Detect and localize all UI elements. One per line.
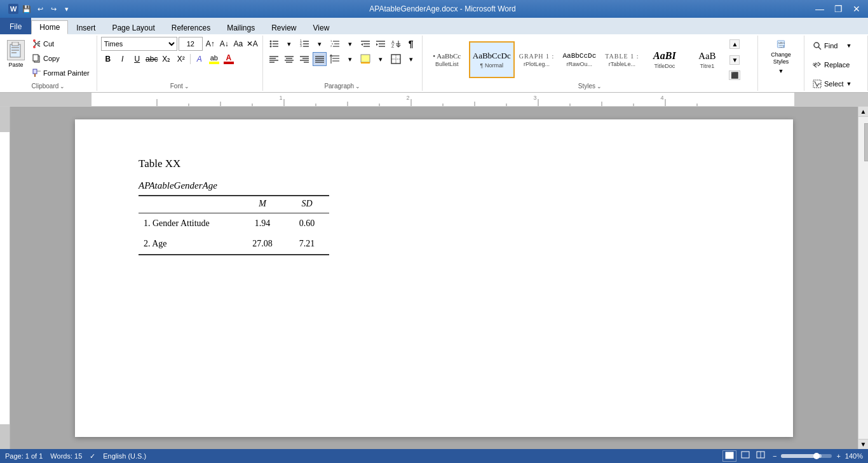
tab-page-layout[interactable]: Page Layout [104, 20, 163, 34]
shading-btn[interactable] [358, 52, 372, 66]
web-layout-btn[interactable] [754, 450, 767, 462]
ruler-content[interactable]: 1 2 3 4 [92, 93, 794, 106]
ruler-left-margin[interactable] [10, 93, 92, 106]
strikethrough-button[interactable]: abc [145, 52, 159, 66]
paragraph-expand-icon[interactable]: ⌄ [355, 83, 360, 90]
styles-scroll-down[interactable]: ▼ [729, 55, 740, 65]
document-scroll-area[interactable]: Table XX APAtableGenderAge M SD 1. Gende… [10, 107, 858, 449]
font-color-button[interactable]: A [222, 52, 236, 66]
ruler-edge-left [0, 93, 10, 106]
copy-button[interactable]: Copy [29, 51, 93, 65]
line-spacing-dropdown[interactable]: ▾ [343, 52, 357, 66]
line-spacing-btn[interactable] [328, 52, 342, 66]
increase-indent-btn[interactable] [374, 37, 388, 51]
justify-btn[interactable] [313, 52, 327, 66]
change-case-btn[interactable]: Aa [232, 37, 245, 50]
style-rawoutput[interactable]: AaBbCcDc rRawOu... [559, 41, 600, 78]
style-normal[interactable]: AaBbCcDc ¶ Normal [469, 41, 515, 78]
tab-references[interactable]: References [163, 20, 219, 34]
styles-more[interactable]: ⬛ [729, 70, 740, 80]
full-screen-btn[interactable] [739, 450, 752, 462]
title-bar-title: APAtableGenderAge.docx - Microsoft Word [369, 4, 515, 13]
tab-insert[interactable]: Insert [68, 20, 104, 34]
spell-check-icon[interactable]: ✓ [90, 452, 95, 460]
zoom-in-btn[interactable]: + [834, 452, 842, 460]
language[interactable]: English (U.S.) [103, 452, 146, 460]
borders-dropdown[interactable]: ▾ [404, 52, 418, 66]
decrease-font-btn[interactable]: A↓ [218, 37, 231, 50]
find-dropdown-icon[interactable]: ▼ [846, 43, 852, 49]
borders-btn[interactable] [389, 52, 403, 66]
undo-quick-btn[interactable]: ↩ [34, 3, 46, 15]
select-button[interactable]: Select ▼ [808, 75, 857, 93]
find-button[interactable]: Find ▼ [808, 37, 857, 55]
numbering-dropdown[interactable]: ▾ [313, 37, 327, 51]
numbering-button[interactable]: 1.2.3. [297, 37, 311, 51]
scrollbar-down-btn[interactable]: ▼ [858, 439, 869, 449]
scrollbar-up-btn[interactable]: ▲ [858, 107, 869, 117]
paste-button[interactable]: Paste [4, 37, 28, 71]
bold-button[interactable]: B [101, 52, 115, 66]
subscript-button[interactable]: X₂ [159, 52, 173, 66]
tab-review[interactable]: Review [263, 20, 304, 34]
bullets-dropdown[interactable]: ▾ [282, 37, 296, 51]
italic-button[interactable]: I [116, 52, 130, 66]
title-bar-controls: — ❐ ✕ [813, 4, 863, 14]
highlight-button[interactable]: ab [207, 52, 221, 66]
align-center-btn[interactable] [282, 52, 296, 66]
underline-button[interactable]: U [130, 52, 144, 66]
replace-button[interactable]: ab Replace [808, 56, 857, 74]
vertical-scrollbar[interactable]: ▲ ▼ [858, 107, 868, 449]
style-graph1[interactable]: GRAPH 1 : rPlotLeg... [516, 41, 558, 78]
clear-format-btn[interactable]: ✕A [246, 37, 259, 50]
shading-dropdown[interactable]: ▾ [374, 52, 388, 66]
font-expand-icon[interactable]: ⌄ [184, 83, 189, 90]
styles-expand-icon[interactable]: ⌄ [597, 83, 602, 90]
sort-btn[interactable]: AZ [389, 37, 403, 51]
style-titre1[interactable]: AaB Titre1 [686, 41, 728, 78]
show-hide-btn[interactable]: ¶ [404, 37, 418, 51]
redo-quick-btn[interactable]: ↪ [48, 3, 59, 15]
multilevel-dropdown[interactable]: ▾ [343, 37, 357, 51]
editing-group: Find ▼ ab Replace Select ▼ Editing [804, 36, 868, 91]
styles-scroll-up[interactable]: ▲ [729, 39, 740, 49]
align-right-btn[interactable] [297, 52, 311, 66]
superscript-button[interactable]: X² [174, 52, 188, 66]
style-bulletlist[interactable]: • AaBbCc BulletList [426, 41, 468, 78]
tab-file[interactable]: File [0, 18, 31, 34]
editing-content: Find ▼ ab Replace Select ▼ [808, 37, 857, 93]
save-quick-btn[interactable]: 💾 [21, 3, 32, 15]
close-btn[interactable]: ✕ [850, 4, 863, 14]
font-name-select[interactable]: Times Times New Roman Arial Calibri [101, 37, 177, 51]
svg-rect-11 [33, 69, 37, 74]
tab-view[interactable]: View [305, 20, 338, 34]
tab-home[interactable]: Home [31, 20, 68, 34]
scrollbar-thumb[interactable] [864, 123, 869, 161]
ruler-right-margin[interactable] [794, 93, 858, 106]
align-left-btn[interactable] [267, 52, 281, 66]
more-quick-btn[interactable]: ▾ [61, 3, 72, 15]
tab-mailings[interactable]: Mailings [219, 20, 263, 34]
style-titledoc[interactable]: AaBI TitleDoc [644, 41, 685, 78]
multilevel-button[interactable]: 1.a.2. [328, 37, 342, 51]
style-table1[interactable]: TABLE 1 : rTableLe... [601, 41, 642, 78]
change-styles-group: AaBbCc AaBbCc AaBbCc Change Styles ▼ . [758, 36, 804, 91]
zoom-out-btn[interactable]: − [771, 452, 778, 460]
decrease-indent-btn[interactable] [358, 37, 372, 51]
restore-btn[interactable]: ❐ [832, 4, 845, 14]
select-dropdown-icon[interactable]: ▼ [846, 81, 852, 87]
font-size-input[interactable]: 12 [179, 37, 203, 51]
font-format-row: B I U abc X₂ X² A ab A [101, 52, 236, 66]
svg-rect-96 [742, 452, 749, 458]
text-effects-button[interactable]: A [193, 52, 207, 66]
print-layout-btn[interactable] [722, 450, 736, 462]
minimize-btn[interactable]: — [813, 4, 827, 14]
increase-font-btn[interactable]: A↑ [204, 37, 217, 50]
svg-rect-6 [11, 52, 17, 53]
cut-button[interactable]: Cut [29, 37, 93, 51]
change-styles-button[interactable]: AaBbCc AaBbCc AaBbCc Change Styles ▼ [762, 37, 800, 77]
format-painter-button[interactable]: Format Painter [29, 66, 93, 80]
zoom-slider[interactable] [781, 454, 832, 458]
bullets-button[interactable] [267, 37, 281, 51]
clipboard-expand-icon[interactable]: ⌄ [60, 83, 65, 90]
